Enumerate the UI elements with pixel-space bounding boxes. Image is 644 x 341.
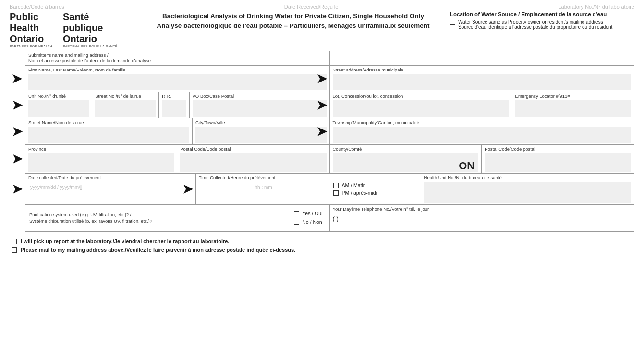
pickup-checkbox-row: I will pick up report at the laboratory.… xyxy=(12,238,634,244)
pm-checkbox[interactable] xyxy=(333,190,339,196)
top-bar: Barcode/Code à barres Date Received/Reçu… xyxy=(0,0,644,12)
township-input[interactable] xyxy=(333,127,632,143)
time-cell: ➤ Time Collected/Heure du prèlèvement hh… xyxy=(196,174,330,204)
county-input[interactable] xyxy=(333,153,479,172)
rr-input[interactable] xyxy=(162,100,186,117)
street-name-cell: Street Name/Nom de la rue xyxy=(25,118,193,144)
unit-no-cell: Unit No./N° d'unité xyxy=(25,92,92,118)
city-input[interactable] xyxy=(195,127,327,143)
sante-name: SantépubliqueOntario xyxy=(63,12,118,45)
first-name-label: First Name, Last Name/Prénom, Nom de fam… xyxy=(28,67,327,73)
pickup-checkbox[interactable] xyxy=(12,239,17,244)
am-item: AM / Matin xyxy=(333,182,416,188)
pm-label: PM / après-midi xyxy=(341,190,377,196)
rr-label: R.R. xyxy=(162,94,186,99)
emergency-label: Emergency Locator #/911# xyxy=(515,94,631,99)
mail-checkbox[interactable] xyxy=(12,247,17,253)
am-checkbox[interactable] xyxy=(333,183,339,188)
first-name-cell: First Name, Last Name/Prénom, Nom de fam… xyxy=(25,66,330,92)
province-fields: Province Postal Code/Code postal xyxy=(25,145,330,173)
street-name-fields: Street Name/Nom de la rue City/Town/Vill… xyxy=(25,118,330,144)
public-health-name: PublicHealthOntario xyxy=(10,12,52,45)
date-input[interactable]: yyyy/mm/dd / yyyy/mm/jj xyxy=(28,182,193,203)
row4: ➤ Province Postal Code/Code postal Count… xyxy=(25,145,634,174)
emergency-input[interactable] xyxy=(515,100,631,117)
province-label: Province xyxy=(28,146,174,152)
main-content: PublicHealthOntario PARTNERS FOR HEALTH … xyxy=(0,12,644,265)
header-section: PublicHealthOntario PARTNERS FOR HEALTH … xyxy=(10,12,634,48)
street-no-cell: Street No./N° de la rue xyxy=(92,92,159,118)
health-unit-cell: Health Unit No./N° du bureau de santé xyxy=(421,174,634,204)
province-input[interactable] xyxy=(28,153,174,172)
no-item: No / Non xyxy=(294,219,322,225)
arrow1-right: ➤ xyxy=(316,71,327,86)
row1: ➤ First Name, Last Name/Prénom, Nom de f… xyxy=(25,66,634,92)
lot-fields: ➤ Lot, Concession/ou lot, concession Eme… xyxy=(330,92,634,118)
lot-cell: Lot, Concession/ou lot, concession xyxy=(330,92,512,118)
street-name-label: Street Name/Nom de la rue xyxy=(28,120,189,126)
yes-no-cell: Yes / Oui No / Non xyxy=(290,208,326,228)
arrow2-right: ➤ xyxy=(316,97,327,112)
lot-input[interactable] xyxy=(333,100,509,117)
phone-cell: Your Daytime Telephone No./Votre n° tél.… xyxy=(330,205,634,231)
city-cell: City/Town/Ville xyxy=(193,118,329,144)
arrow1: ➤ xyxy=(12,66,22,92)
lot-label: Lot, Concession/ou lot, concession xyxy=(333,94,509,99)
rr-cell: R.R. xyxy=(159,92,189,118)
unit-no-input[interactable] xyxy=(28,100,89,117)
barcode-label: Barcode/Code à barres xyxy=(10,4,64,10)
street-address-input[interactable] xyxy=(333,74,632,90)
pickup-label: I will pick up report at the laboratory.… xyxy=(21,238,229,244)
time-label: Time Collected/Heure du prèlèvement xyxy=(199,175,327,181)
unit-fields: Unit No./N° d'unité Street No./N° de la … xyxy=(25,92,330,118)
public-health-logo: PublicHealthOntario PARTNERS FOR HEALTH xyxy=(10,12,52,48)
arrow4-left: ➤ xyxy=(12,152,23,166)
street-name-input[interactable] xyxy=(28,127,189,143)
yes-checkbox[interactable] xyxy=(294,211,299,216)
street-no-input[interactable] xyxy=(95,100,156,117)
po-box-label: PO Box/Case Postal xyxy=(193,94,327,99)
health-unit-input[interactable] xyxy=(424,182,631,203)
form-table: Submitter's name and mailing address / N… xyxy=(25,51,634,232)
phone-value[interactable]: ( ) xyxy=(333,215,632,222)
form-wrapper: Submitter's name and mailing address / N… xyxy=(25,51,634,232)
row2: ➤ Unit No./N° d'unité Street No./N° de l… xyxy=(25,92,634,118)
public-health-tagline: PARTNERS FOR HEALTH xyxy=(10,45,52,48)
township-label: Township/Municipality/Canton, municipali… xyxy=(333,120,632,126)
first-name-input[interactable] xyxy=(28,74,327,90)
purification-text: Purification system used (e.g. UV, filtr… xyxy=(28,211,290,225)
am-pm-cell: AM / Matin PM / après-midi xyxy=(329,174,421,204)
purification-cell: Purification system used (e.g. UV, filtr… xyxy=(25,205,330,231)
county-fields: County/Comté ON Postal Code/Code postal xyxy=(330,145,634,173)
title-block: Bacteriological Analysis of Drinking Wat… xyxy=(144,12,442,31)
water-source-checkbox-label: Water Source same as Property owner or r… xyxy=(458,19,612,30)
postal-right-input[interactable] xyxy=(485,153,631,172)
no-checkbox[interactable] xyxy=(294,220,299,225)
po-box-input[interactable] xyxy=(193,100,327,117)
submitter-header-cell: Submitter's name and mailing address / N… xyxy=(25,51,330,65)
township-field: ➤ Township/Municipality/Canton, municipa… xyxy=(330,118,634,144)
county-cell: County/Comté ON xyxy=(330,145,482,173)
arrow3-left: ➤ xyxy=(12,124,23,139)
bottom-checkboxes: I will pick up report at the laboratory.… xyxy=(10,238,634,253)
am-label: AM / Matin xyxy=(341,182,365,188)
postal-left-cell: Postal Code/Code postal xyxy=(177,145,329,173)
time-input[interactable]: hh : mm xyxy=(199,182,327,203)
mail-checkbox-row: Please mail to my mailing address above.… xyxy=(12,247,634,253)
time-placeholder: hh : mm xyxy=(199,182,327,190)
pm-item: PM / après-midi xyxy=(333,190,416,196)
sante-logo: SantépubliqueOntario PARTENAIRES POUR LA… xyxy=(63,12,118,48)
street-address-cell: ➤ Street address/Adresse municipale xyxy=(330,66,634,92)
arrow3-right: ➤ xyxy=(316,124,327,139)
water-source-checkbox[interactable] xyxy=(450,20,455,25)
logo-area: PublicHealthOntario PARTNERS FOR HEALTH … xyxy=(10,12,144,48)
sante-tagline: PARTENAIRES POUR LA SANTÉ xyxy=(63,45,118,48)
postal-left-input[interactable] xyxy=(180,153,326,172)
street-no-label: Street No./N° de la rue xyxy=(95,94,156,99)
county-label: County/Comté xyxy=(333,146,479,152)
title-line2: Analyse bactériologique de l'eau potable… xyxy=(144,21,442,31)
health-unit-label: Health Unit No./N° du bureau de santé xyxy=(424,175,631,181)
purification-label: Purification system used (e.g. UV, filtr… xyxy=(29,212,152,223)
township-cell: Township/Municipality/Canton, municipali… xyxy=(330,118,634,144)
street-address-label: Street address/Adresse municipale xyxy=(333,67,632,73)
